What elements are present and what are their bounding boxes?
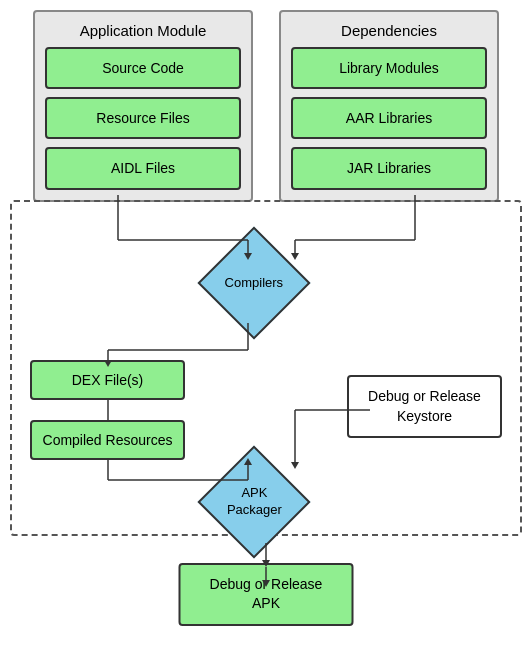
library-modules-box: Library Modules	[291, 47, 487, 89]
resource-files-box: Resource Files	[45, 97, 241, 139]
source-code-box: Source Code	[45, 47, 241, 89]
aar-libraries-box: AAR Libraries	[291, 97, 487, 139]
dependencies-title: Dependencies	[291, 22, 487, 39]
aidl-files-box: AIDL Files	[45, 147, 241, 189]
apk-output-box: Debug or ReleaseAPK	[179, 563, 354, 626]
compiled-resources-box: Compiled Resources	[30, 420, 185, 460]
keystore-box: Debug or ReleaseKeystore	[347, 375, 502, 438]
apk-output-label: Debug or ReleaseAPK	[210, 576, 323, 612]
dex-files-box: DEX File(s)	[30, 360, 185, 400]
application-module-container: Application Module Source Code Resource …	[33, 10, 253, 202]
compilers-label: Compilers	[225, 275, 284, 292]
keystore-label: Debug or ReleaseKeystore	[368, 388, 481, 424]
apk-packager-label: APKPackager	[227, 485, 282, 519]
jar-libraries-box: JAR Libraries	[291, 147, 487, 189]
dependencies-container: Dependencies Library Modules AAR Librari…	[279, 10, 499, 202]
build-process-diagram: Application Module Source Code Resource …	[0, 0, 532, 646]
top-section: Application Module Source Code Resource …	[0, 0, 532, 202]
app-module-title: Application Module	[45, 22, 241, 39]
